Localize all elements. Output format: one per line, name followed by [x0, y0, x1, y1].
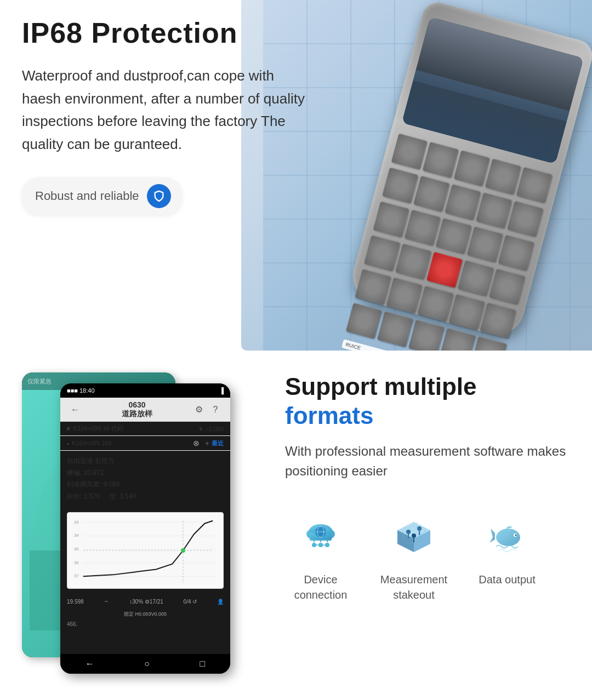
data-line-outer: 向外: 1.570 挖: 3.140 [67, 491, 224, 503]
data-row-2: - K104+099.169 ⊗ + 最近 [60, 436, 230, 451]
svg-text:37: 37 [74, 574, 79, 579]
svg-point-56 [515, 534, 517, 536]
stakeout-icon [389, 514, 439, 563]
data-line-slope: 自由边坡 右挖方 [67, 455, 224, 467]
connection-icon [296, 514, 345, 563]
svg-point-45 [406, 530, 411, 534]
back-nav-icon[interactable]: ← [86, 659, 94, 669]
bottom-status-row: 19.598 ～ ↕30% ⚙17/21 0/4 ↺ 👤 [60, 594, 230, 609]
row2-clear[interactable]: ⊗ [190, 439, 203, 447]
help-icon[interactable]: ? [207, 405, 224, 415]
left-coord: 466. [67, 621, 77, 627]
data-line-height: 到坡脚高差: 9.084 [67, 479, 224, 491]
row1-value: ▼ ↑2.000 [198, 426, 224, 432]
top-section: RUICE IP68 Protection Waterproof and dus… [0, 0, 592, 351]
badge-label: Robust and reliable [35, 189, 139, 203]
data-row-1: ≡ K104+099.16 代码 ▼ ↑2.000 [60, 422, 230, 436]
coord-row: 466. [60, 620, 230, 628]
svg-text:36: 36 [74, 560, 79, 565]
recent-nav-icon[interactable]: □ [200, 659, 206, 669]
bottom-progress: ↕30% ⚙17/21 [129, 599, 163, 605]
nav-bar: ← ○ □ [60, 654, 230, 674]
features-area: Support multiple formats With profession… [274, 372, 570, 603]
robust-badge: Robust and reliable [22, 177, 182, 215]
settings-icon[interactable]: ⚙ [191, 404, 207, 415]
measurement-data: 自由边坡 右挖方 横偏: 20.972 到坡脚高差: 9.084 向外: 1.5… [60, 451, 230, 507]
data-line-cross: 横偏: 20.972 [67, 467, 224, 479]
support-title-normal: Support multiple [285, 373, 477, 400]
front-battery: ▐ [219, 387, 224, 394]
front-header: ← 0630道路放样 ⚙ ? [60, 398, 230, 422]
front-status-bar: ■■■ 18:40 ▐ [60, 383, 230, 398]
features-icons-row: Deviceconnection [285, 514, 570, 603]
fixed-status: 固定 H0.003V0.005 [60, 609, 230, 620]
svg-text:35: 35 [74, 547, 79, 552]
row1-label: K104+099.16 代码 [70, 424, 198, 433]
row2-label: K104+099.169 [72, 440, 189, 446]
bottom-section: 仅限紧急 ← ≡ ≡1 测泊1 [0, 351, 592, 700]
stakeout-label: Measurementstakeout [380, 572, 447, 603]
bottom-person-icon: 👤 [217, 599, 224, 605]
back-arrow-icon[interactable]: ← [67, 405, 83, 415]
ip68-description: Waterproof and dustproof,can cope with h… [22, 65, 307, 156]
back-status: 仅限紧急 [27, 377, 52, 386]
support-title-highlight: formats [285, 402, 373, 429]
row2-nearest[interactable]: 最近 [212, 439, 224, 447]
svg-text:33: 33 [74, 520, 79, 525]
row2-dash: - [67, 440, 72, 446]
output-icon [482, 514, 532, 563]
connection-label: Deviceconnection [294, 572, 348, 603]
feature-device-connection: Deviceconnection [285, 514, 356, 603]
svg-marker-54 [489, 529, 495, 543]
top-text-area: IP68 Protection Waterproof and dustproof… [22, 16, 307, 215]
support-description: With professional measurement software m… [285, 441, 570, 481]
feature-measurement-stakeout: Measurementstakeout [378, 514, 449, 603]
front-status-time: ■■■ 18:40 [67, 387, 95, 394]
bottom-left-coord: 19.598 [67, 599, 84, 605]
shield-icon [147, 184, 171, 208]
support-title: Support multiple formats [285, 372, 570, 431]
svg-text:34: 34 [74, 533, 79, 538]
svg-point-53 [496, 529, 520, 546]
page-title: IP68 Protection [22, 16, 307, 49]
row2-add[interactable]: + [203, 439, 212, 447]
svg-point-49 [412, 533, 416, 538]
front-header-title: 0630道路放样 [83, 400, 191, 419]
phone-front: ■■■ 18:40 ▐ ← 0630道路放样 ⚙ ? ≡ K104+099.16… [60, 383, 230, 674]
home-nav-icon[interactable]: ○ [144, 659, 150, 669]
output-label: Data output [479, 572, 535, 587]
phone-screens: 仅限紧急 ← ≡ ≡1 测泊1 [22, 372, 252, 690]
chart-area: 33 34 35 36 37 [67, 512, 224, 589]
feature-data-output: Data output [471, 514, 543, 587]
svg-point-47 [417, 526, 422, 531]
bottom-count: 0/4 ↺ [184, 599, 197, 605]
bottom-wave-icon: ～ [104, 598, 109, 605]
